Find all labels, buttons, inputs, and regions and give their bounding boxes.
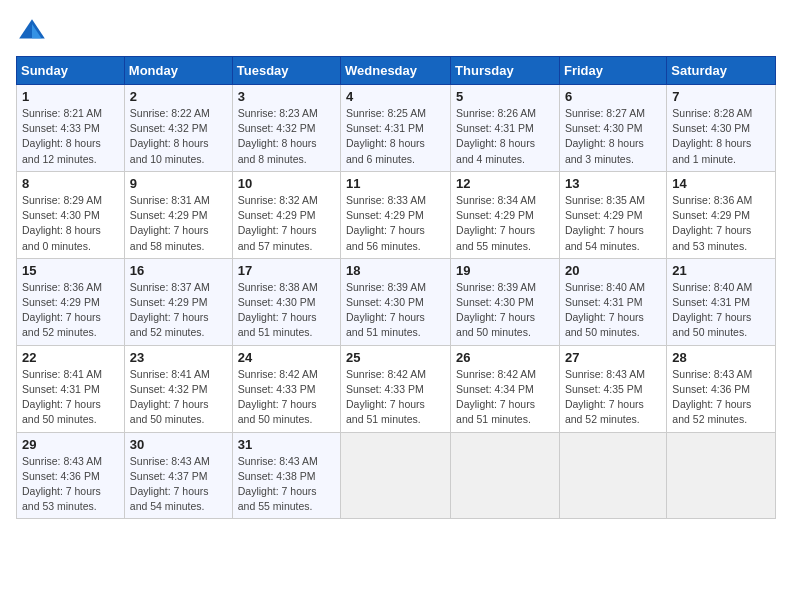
weekday-header: Sunday: [17, 57, 125, 85]
calendar-day-cell: 28 Sunrise: 8:43 AM Sunset: 4:36 PM Dayl…: [667, 345, 776, 432]
calendar-day-cell: 4 Sunrise: 8:25 AM Sunset: 4:31 PM Dayli…: [341, 85, 451, 172]
calendar-day-cell: 5 Sunrise: 8:26 AM Sunset: 4:31 PM Dayli…: [451, 85, 560, 172]
calendar-day-cell: 15 Sunrise: 8:36 AM Sunset: 4:29 PM Dayl…: [17, 258, 125, 345]
calendar-day-cell: 3 Sunrise: 8:23 AM Sunset: 4:32 PM Dayli…: [232, 85, 340, 172]
calendar-day-cell: 29 Sunrise: 8:43 AM Sunset: 4:36 PM Dayl…: [17, 432, 125, 519]
calendar-day-cell: [451, 432, 560, 519]
day-info: Sunrise: 8:28 AM Sunset: 4:30 PM Dayligh…: [672, 106, 770, 167]
calendar-day-cell: 2 Sunrise: 8:22 AM Sunset: 4:32 PM Dayli…: [124, 85, 232, 172]
day-number: 18: [346, 263, 445, 278]
day-info: Sunrise: 8:29 AM Sunset: 4:30 PM Dayligh…: [22, 193, 119, 254]
day-number: 24: [238, 350, 335, 365]
day-info: Sunrise: 8:42 AM Sunset: 4:34 PM Dayligh…: [456, 367, 554, 428]
day-info: Sunrise: 8:38 AM Sunset: 4:30 PM Dayligh…: [238, 280, 335, 341]
day-number: 30: [130, 437, 227, 452]
day-number: 21: [672, 263, 770, 278]
weekday-header: Wednesday: [341, 57, 451, 85]
calendar-day-cell: 14 Sunrise: 8:36 AM Sunset: 4:29 PM Dayl…: [667, 171, 776, 258]
calendar-day-cell: 31 Sunrise: 8:43 AM Sunset: 4:38 PM Dayl…: [232, 432, 340, 519]
day-info: Sunrise: 8:36 AM Sunset: 4:29 PM Dayligh…: [22, 280, 119, 341]
day-info: Sunrise: 8:36 AM Sunset: 4:29 PM Dayligh…: [672, 193, 770, 254]
calendar-day-cell: 9 Sunrise: 8:31 AM Sunset: 4:29 PM Dayli…: [124, 171, 232, 258]
calendar-day-cell: 25 Sunrise: 8:42 AM Sunset: 4:33 PM Dayl…: [341, 345, 451, 432]
day-number: 5: [456, 89, 554, 104]
calendar-day-cell: 8 Sunrise: 8:29 AM Sunset: 4:30 PM Dayli…: [17, 171, 125, 258]
day-number: 17: [238, 263, 335, 278]
day-number: 14: [672, 176, 770, 191]
calendar-day-cell: 23 Sunrise: 8:41 AM Sunset: 4:32 PM Dayl…: [124, 345, 232, 432]
day-info: Sunrise: 8:41 AM Sunset: 4:31 PM Dayligh…: [22, 367, 119, 428]
day-number: 12: [456, 176, 554, 191]
calendar-week-row: 8 Sunrise: 8:29 AM Sunset: 4:30 PM Dayli…: [17, 171, 776, 258]
day-number: 6: [565, 89, 661, 104]
day-number: 2: [130, 89, 227, 104]
logo: [16, 16, 52, 48]
day-number: 15: [22, 263, 119, 278]
calendar-day-cell: 27 Sunrise: 8:43 AM Sunset: 4:35 PM Dayl…: [559, 345, 666, 432]
day-info: Sunrise: 8:42 AM Sunset: 4:33 PM Dayligh…: [346, 367, 445, 428]
calendar-week-row: 22 Sunrise: 8:41 AM Sunset: 4:31 PM Dayl…: [17, 345, 776, 432]
day-info: Sunrise: 8:43 AM Sunset: 4:37 PM Dayligh…: [130, 454, 227, 515]
calendar-week-row: 1 Sunrise: 8:21 AM Sunset: 4:33 PM Dayli…: [17, 85, 776, 172]
weekday-header: Thursday: [451, 57, 560, 85]
calendar-day-cell: 12 Sunrise: 8:34 AM Sunset: 4:29 PM Dayl…: [451, 171, 560, 258]
calendar-week-row: 29 Sunrise: 8:43 AM Sunset: 4:36 PM Dayl…: [17, 432, 776, 519]
day-number: 10: [238, 176, 335, 191]
day-info: Sunrise: 8:43 AM Sunset: 4:38 PM Dayligh…: [238, 454, 335, 515]
day-number: 11: [346, 176, 445, 191]
calendar-day-cell: 13 Sunrise: 8:35 AM Sunset: 4:29 PM Dayl…: [559, 171, 666, 258]
day-number: 29: [22, 437, 119, 452]
day-info: Sunrise: 8:21 AM Sunset: 4:33 PM Dayligh…: [22, 106, 119, 167]
day-number: 31: [238, 437, 335, 452]
day-info: Sunrise: 8:43 AM Sunset: 4:35 PM Dayligh…: [565, 367, 661, 428]
day-number: 20: [565, 263, 661, 278]
day-info: Sunrise: 8:40 AM Sunset: 4:31 PM Dayligh…: [672, 280, 770, 341]
day-number: 9: [130, 176, 227, 191]
day-info: Sunrise: 8:40 AM Sunset: 4:31 PM Dayligh…: [565, 280, 661, 341]
calendar-table: SundayMondayTuesdayWednesdayThursdayFrid…: [16, 56, 776, 519]
calendar-day-cell: [667, 432, 776, 519]
day-number: 22: [22, 350, 119, 365]
day-number: 13: [565, 176, 661, 191]
calendar-day-cell: 19 Sunrise: 8:39 AM Sunset: 4:30 PM Dayl…: [451, 258, 560, 345]
weekday-header: Tuesday: [232, 57, 340, 85]
day-number: 19: [456, 263, 554, 278]
calendar-day-cell: 22 Sunrise: 8:41 AM Sunset: 4:31 PM Dayl…: [17, 345, 125, 432]
day-number: 4: [346, 89, 445, 104]
day-info: Sunrise: 8:41 AM Sunset: 4:32 PM Dayligh…: [130, 367, 227, 428]
day-info: Sunrise: 8:42 AM Sunset: 4:33 PM Dayligh…: [238, 367, 335, 428]
day-number: 27: [565, 350, 661, 365]
day-info: Sunrise: 8:39 AM Sunset: 4:30 PM Dayligh…: [456, 280, 554, 341]
day-info: Sunrise: 8:33 AM Sunset: 4:29 PM Dayligh…: [346, 193, 445, 254]
calendar-day-cell: [559, 432, 666, 519]
day-info: Sunrise: 8:34 AM Sunset: 4:29 PM Dayligh…: [456, 193, 554, 254]
calendar-day-cell: 30 Sunrise: 8:43 AM Sunset: 4:37 PM Dayl…: [124, 432, 232, 519]
day-info: Sunrise: 8:27 AM Sunset: 4:30 PM Dayligh…: [565, 106, 661, 167]
logo-icon: [16, 16, 48, 48]
calendar-day-cell: 18 Sunrise: 8:39 AM Sunset: 4:30 PM Dayl…: [341, 258, 451, 345]
weekday-header: Saturday: [667, 57, 776, 85]
day-info: Sunrise: 8:25 AM Sunset: 4:31 PM Dayligh…: [346, 106, 445, 167]
calendar-day-cell: 7 Sunrise: 8:28 AM Sunset: 4:30 PM Dayli…: [667, 85, 776, 172]
day-info: Sunrise: 8:22 AM Sunset: 4:32 PM Dayligh…: [130, 106, 227, 167]
day-info: Sunrise: 8:23 AM Sunset: 4:32 PM Dayligh…: [238, 106, 335, 167]
day-info: Sunrise: 8:43 AM Sunset: 4:36 PM Dayligh…: [22, 454, 119, 515]
calendar-day-cell: 16 Sunrise: 8:37 AM Sunset: 4:29 PM Dayl…: [124, 258, 232, 345]
weekday-header: Monday: [124, 57, 232, 85]
calendar-day-cell: 24 Sunrise: 8:42 AM Sunset: 4:33 PM Dayl…: [232, 345, 340, 432]
day-info: Sunrise: 8:32 AM Sunset: 4:29 PM Dayligh…: [238, 193, 335, 254]
calendar-day-cell: 20 Sunrise: 8:40 AM Sunset: 4:31 PM Dayl…: [559, 258, 666, 345]
day-number: 23: [130, 350, 227, 365]
calendar-week-row: 15 Sunrise: 8:36 AM Sunset: 4:29 PM Dayl…: [17, 258, 776, 345]
calendar-day-cell: 6 Sunrise: 8:27 AM Sunset: 4:30 PM Dayli…: [559, 85, 666, 172]
day-info: Sunrise: 8:43 AM Sunset: 4:36 PM Dayligh…: [672, 367, 770, 428]
calendar-day-cell: 21 Sunrise: 8:40 AM Sunset: 4:31 PM Dayl…: [667, 258, 776, 345]
page-header: [16, 16, 776, 48]
day-number: 28: [672, 350, 770, 365]
calendar-day-cell: [341, 432, 451, 519]
day-number: 16: [130, 263, 227, 278]
calendar-day-cell: 10 Sunrise: 8:32 AM Sunset: 4:29 PM Dayl…: [232, 171, 340, 258]
day-info: Sunrise: 8:31 AM Sunset: 4:29 PM Dayligh…: [130, 193, 227, 254]
calendar-day-cell: 26 Sunrise: 8:42 AM Sunset: 4:34 PM Dayl…: [451, 345, 560, 432]
day-number: 25: [346, 350, 445, 365]
